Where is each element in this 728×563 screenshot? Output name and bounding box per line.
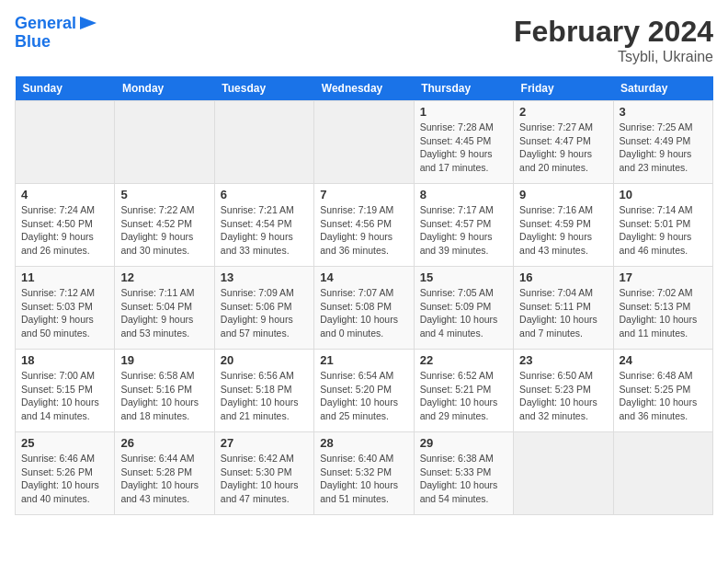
calendar-cell: 16Sunrise: 7:04 AM Sunset: 5:11 PM Dayli… <box>514 267 613 350</box>
calendar-cell: 14Sunrise: 7:07 AM Sunset: 5:08 PM Dayli… <box>314 267 414 350</box>
day-info: Sunrise: 7:02 AM Sunset: 5:13 PM Dayligh… <box>620 286 707 340</box>
day-info: Sunrise: 7:27 AM Sunset: 4:47 PM Dayligh… <box>519 121 607 175</box>
day-number: 24 <box>620 353 707 367</box>
calendar-cell: 10Sunrise: 7:14 AM Sunset: 5:01 PM Dayli… <box>613 184 712 267</box>
day-number: 29 <box>420 436 507 450</box>
calendar-cell: 18Sunrise: 7:00 AM Sunset: 5:15 PM Dayli… <box>16 350 115 432</box>
day-info: Sunrise: 7:25 AM Sunset: 4:49 PM Dayligh… <box>620 121 707 175</box>
logo-blue-text: Blue <box>15 33 51 52</box>
calendar-cell: 19Sunrise: 6:58 AM Sunset: 5:16 PM Dayli… <box>115 350 214 432</box>
day-number: 22 <box>420 353 507 367</box>
day-info: Sunrise: 6:54 AM Sunset: 5:20 PM Dayligh… <box>320 369 407 423</box>
calendar-cell: 7Sunrise: 7:19 AM Sunset: 4:56 PM Daylig… <box>314 184 414 267</box>
calendar-title: February 2024 <box>514 15 713 49</box>
day-number: 7 <box>320 188 407 201</box>
calendar-week-3: 11Sunrise: 7:12 AM Sunset: 5:03 PM Dayli… <box>16 267 713 350</box>
calendar-cell: 21Sunrise: 6:54 AM Sunset: 5:20 PM Dayli… <box>314 350 414 432</box>
calendar-cell: 22Sunrise: 6:52 AM Sunset: 5:21 PM Dayli… <box>414 350 513 432</box>
day-info: Sunrise: 7:12 AM Sunset: 5:03 PM Dayligh… <box>21 286 108 340</box>
calendar-cell: 1Sunrise: 7:28 AM Sunset: 4:45 PM Daylig… <box>414 101 513 184</box>
calendar-subtitle: Tsybli, Ukraine <box>514 49 713 65</box>
day-number: 17 <box>620 270 707 284</box>
calendar-cell: 29Sunrise: 6:38 AM Sunset: 5:33 PM Dayli… <box>414 432 513 515</box>
day-info: Sunrise: 7:05 AM Sunset: 5:09 PM Dayligh… <box>420 286 507 340</box>
day-info: Sunrise: 6:44 AM Sunset: 5:28 PM Dayligh… <box>120 452 208 506</box>
calendar-cell <box>115 101 214 184</box>
day-info: Sunrise: 6:46 AM Sunset: 5:26 PM Dayligh… <box>21 452 108 506</box>
day-info: Sunrise: 7:21 AM Sunset: 4:54 PM Dayligh… <box>221 203 308 258</box>
calendar-cell: 13Sunrise: 7:09 AM Sunset: 5:06 PM Dayli… <box>214 267 313 350</box>
day-number: 13 <box>221 270 308 284</box>
calendar-cell <box>314 101 414 184</box>
calendar-week-2: 4Sunrise: 7:24 AM Sunset: 4:50 PM Daylig… <box>16 184 713 267</box>
day-number: 9 <box>519 188 607 201</box>
calendar-week-4: 18Sunrise: 7:00 AM Sunset: 5:15 PM Dayli… <box>16 350 713 432</box>
logo-text: General <box>15 15 76 33</box>
calendar-cell <box>16 101 115 184</box>
day-number: 19 <box>120 353 208 367</box>
calendar-week-1: 1Sunrise: 7:28 AM Sunset: 4:45 PM Daylig… <box>16 101 713 184</box>
calendar-cell: 11Sunrise: 7:12 AM Sunset: 5:03 PM Dayli… <box>16 267 115 350</box>
day-info: Sunrise: 6:56 AM Sunset: 5:18 PM Dayligh… <box>221 369 308 423</box>
calendar-week-5: 25Sunrise: 6:46 AM Sunset: 5:26 PM Dayli… <box>16 432 713 515</box>
calendar-cell: 23Sunrise: 6:50 AM Sunset: 5:23 PM Dayli… <box>514 350 613 432</box>
day-number: 3 <box>620 105 707 119</box>
day-info: Sunrise: 7:28 AM Sunset: 4:45 PM Dayligh… <box>420 121 507 175</box>
calendar-cell: 3Sunrise: 7:25 AM Sunset: 4:49 PM Daylig… <box>613 101 712 184</box>
day-info: Sunrise: 7:17 AM Sunset: 4:57 PM Dayligh… <box>420 203 507 258</box>
svg-marker-0 <box>80 17 97 29</box>
calendar-cell: 4Sunrise: 7:24 AM Sunset: 4:50 PM Daylig… <box>16 184 115 267</box>
day-number: 16 <box>519 270 607 284</box>
day-info: Sunrise: 6:42 AM Sunset: 5:30 PM Dayligh… <box>221 452 308 506</box>
day-number: 28 <box>320 436 407 450</box>
calendar-cell: 2Sunrise: 7:27 AM Sunset: 4:47 PM Daylig… <box>514 101 613 184</box>
day-info: Sunrise: 7:09 AM Sunset: 5:06 PM Dayligh… <box>221 286 308 340</box>
day-number: 25 <box>21 436 108 450</box>
calendar-cell: 9Sunrise: 7:16 AM Sunset: 4:59 PM Daylig… <box>514 184 613 267</box>
calendar-cell: 25Sunrise: 6:46 AM Sunset: 5:26 PM Dayli… <box>16 432 115 515</box>
calendar-cell: 8Sunrise: 7:17 AM Sunset: 4:57 PM Daylig… <box>414 184 513 267</box>
day-number: 6 <box>221 188 308 201</box>
day-info: Sunrise: 6:50 AM Sunset: 5:23 PM Dayligh… <box>519 369 607 423</box>
calendar-title-block: February 2024 Tsybli, Ukraine <box>514 15 713 65</box>
day-info: Sunrise: 6:58 AM Sunset: 5:16 PM Dayligh… <box>120 369 208 423</box>
day-number: 18 <box>21 353 108 367</box>
calendar-cell: 6Sunrise: 7:21 AM Sunset: 4:54 PM Daylig… <box>214 184 313 267</box>
calendar-cell: 27Sunrise: 6:42 AM Sunset: 5:30 PM Dayli… <box>214 432 313 515</box>
weekday-header-friday: Friday <box>514 76 613 101</box>
calendar-cell: 12Sunrise: 7:11 AM Sunset: 5:04 PM Dayli… <box>115 267 214 350</box>
day-info: Sunrise: 6:38 AM Sunset: 5:33 PM Dayligh… <box>420 452 507 506</box>
page-header: General Blue February 2024 Tsybli, Ukrai… <box>15 15 713 65</box>
day-number: 4 <box>21 188 108 201</box>
calendar-cell: 24Sunrise: 6:48 AM Sunset: 5:25 PM Dayli… <box>613 350 712 432</box>
calendar-cell <box>613 432 712 515</box>
calendar-cell: 28Sunrise: 6:40 AM Sunset: 5:32 PM Dayli… <box>314 432 414 515</box>
day-info: Sunrise: 6:48 AM Sunset: 5:25 PM Dayligh… <box>620 369 707 423</box>
day-number: 12 <box>120 270 208 284</box>
day-number: 11 <box>21 270 108 284</box>
day-info: Sunrise: 7:04 AM Sunset: 5:11 PM Dayligh… <box>519 286 607 340</box>
calendar-cell: 20Sunrise: 6:56 AM Sunset: 5:18 PM Dayli… <box>214 350 313 432</box>
calendar-cell <box>214 101 313 184</box>
weekday-header-thursday: Thursday <box>414 76 513 101</box>
weekday-header-wednesday: Wednesday <box>314 76 414 101</box>
logo-arrow-icon <box>80 17 97 29</box>
calendar-cell: 17Sunrise: 7:02 AM Sunset: 5:13 PM Dayli… <box>613 267 712 350</box>
day-number: 5 <box>120 188 208 201</box>
weekday-header-saturday: Saturday <box>613 76 712 101</box>
day-number: 21 <box>320 353 407 367</box>
day-info: Sunrise: 6:40 AM Sunset: 5:32 PM Dayligh… <box>320 452 407 506</box>
weekday-header-sunday: Sunday <box>16 76 115 101</box>
day-number: 2 <box>519 105 607 119</box>
weekday-header-row: SundayMondayTuesdayWednesdayThursdayFrid… <box>16 76 713 101</box>
day-info: Sunrise: 7:19 AM Sunset: 4:56 PM Dayligh… <box>320 203 407 258</box>
day-info: Sunrise: 7:07 AM Sunset: 5:08 PM Dayligh… <box>320 286 407 340</box>
day-info: Sunrise: 7:22 AM Sunset: 4:52 PM Dayligh… <box>120 203 208 258</box>
calendar-table: SundayMondayTuesdayWednesdayThursdayFrid… <box>15 76 713 515</box>
day-number: 8 <box>420 188 507 201</box>
day-number: 1 <box>420 105 507 119</box>
calendar-cell <box>514 432 613 515</box>
day-info: Sunrise: 7:16 AM Sunset: 4:59 PM Dayligh… <box>519 203 607 258</box>
day-info: Sunrise: 7:14 AM Sunset: 5:01 PM Dayligh… <box>620 203 707 258</box>
day-number: 14 <box>320 270 407 284</box>
